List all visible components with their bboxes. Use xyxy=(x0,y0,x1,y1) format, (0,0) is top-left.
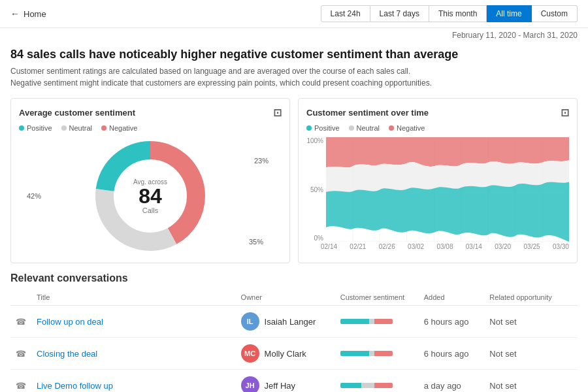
conversations-table: Title Owner Customer sentiment Added Rel… xyxy=(10,289,578,392)
overtime-legend-neutral: Neutral xyxy=(349,124,380,132)
donut-container: Avg. across 84 Calls 23% 42% 35% xyxy=(19,137,282,255)
x-label-0325: 03/25 xyxy=(524,243,540,250)
conversation-opportunity: Not set xyxy=(484,338,578,370)
conversation-added: a day ago xyxy=(419,370,485,393)
area-chart-wrapper: 100% 50% 0% xyxy=(306,137,569,242)
back-button[interactable]: ← Home xyxy=(10,8,46,19)
conversation-sentiment xyxy=(335,370,419,393)
back-label: Home xyxy=(24,9,46,19)
insight-subtext2: Negative sentiment might indicate that c… xyxy=(10,77,578,89)
x-label-0330: 03/30 xyxy=(553,243,569,250)
phone-icon: ☎ xyxy=(10,338,31,370)
col-header-title: Title xyxy=(31,289,236,306)
pct-neutral: 35% xyxy=(249,238,263,246)
x-label-0226: 02/26 xyxy=(379,243,395,250)
x-label-0214: 02/14 xyxy=(321,243,337,250)
phone-icon: ☎ xyxy=(10,370,31,393)
conversations-section-title: Relevant conversations xyxy=(10,272,578,284)
conversation-title[interactable]: Live Demo follow up xyxy=(31,370,236,393)
col-header-icon xyxy=(10,289,31,306)
area-svg-container xyxy=(326,137,569,242)
phone-icon: ☎ xyxy=(10,306,31,338)
conversation-owner: JHJeff Hay xyxy=(236,370,335,393)
date-range: February 11, 2020 - March 31, 2020 xyxy=(0,28,588,42)
conversation-title[interactable]: Closing the deal xyxy=(31,338,236,370)
ot-positive-dot xyxy=(306,125,312,131)
insight-headline: 84 sales calls have noticeably higher ne… xyxy=(10,48,578,61)
conversation-sentiment xyxy=(335,338,419,370)
filter-last24h[interactable]: Last 24h xyxy=(321,5,370,22)
legend-positive: Positive xyxy=(19,124,52,132)
conversation-owner: ILIsaiah Langer xyxy=(236,306,335,338)
x-label-0302: 03/02 xyxy=(408,243,424,250)
donut-value: 84 xyxy=(133,186,167,206)
conversation-opportunity: Not set xyxy=(484,370,578,393)
y-axis: 100% 50% 0% xyxy=(306,137,326,242)
filter-alltime[interactable]: All time xyxy=(487,5,531,22)
charts-row: Average customer sentiment ⊡ Positive Ne… xyxy=(10,98,578,263)
legend-neutral: Neutral xyxy=(61,124,92,132)
x-label-0320: 03/20 xyxy=(495,243,511,250)
filter-custom[interactable]: Custom xyxy=(532,5,578,22)
conversation-opportunity: Not set xyxy=(484,306,578,338)
filter-thismonth[interactable]: This month xyxy=(429,5,487,22)
avg-sentiment-card: Average customer sentiment ⊡ Positive Ne… xyxy=(10,98,290,263)
back-arrow-icon: ← xyxy=(10,8,20,19)
negative-dot xyxy=(101,125,106,131)
col-header-added: Added xyxy=(419,289,485,306)
col-header-opportunity: Related opportunity xyxy=(484,289,578,306)
overtime-legend-positive: Positive xyxy=(306,124,340,132)
table-row[interactable]: ☎Follow up on dealILIsaiah Langer6 hours… xyxy=(10,306,578,338)
neutral-dot xyxy=(61,125,67,131)
overtime-legend-negative: Negative xyxy=(389,124,425,132)
pct-positive: 23% xyxy=(254,157,269,165)
ot-negative-dot xyxy=(389,125,394,131)
ot-neutral-dot xyxy=(349,125,354,131)
table-header-row: Title Owner Customer sentiment Added Rel… xyxy=(10,289,578,306)
col-header-sentiment: Customer sentiment xyxy=(335,289,419,306)
legend-negative: Negative xyxy=(101,124,137,132)
col-header-owner: Owner xyxy=(236,289,335,306)
y-label-50: 50% xyxy=(306,186,323,193)
x-label-0308: 03/08 xyxy=(436,243,453,250)
overtime-title: Customer sentiment over time ⊡ xyxy=(306,106,569,119)
top-bar: ← Home Last 24h Last 7 days This month A… xyxy=(0,0,588,28)
conversation-added: 6 hours ago xyxy=(419,306,485,338)
main-content: 84 sales calls have noticeably higher ne… xyxy=(0,42,588,392)
overtime-export-icon[interactable]: ⊡ xyxy=(561,106,569,119)
y-label-100: 100% xyxy=(306,137,323,144)
sentiment-overtime-card: Customer sentiment over time ⊡ Positive … xyxy=(298,98,578,263)
conversation-sentiment xyxy=(335,306,419,338)
area-svg xyxy=(326,137,569,242)
conversation-owner: MCMolly Clark xyxy=(236,338,335,370)
donut-center: Avg. across 84 Calls xyxy=(133,178,167,214)
conversation-title[interactable]: Follow up on deal xyxy=(31,306,236,338)
time-filter-group: Last 24h Last 7 days This month All time… xyxy=(321,5,578,22)
overtime-legend: Positive Neutral Negative xyxy=(306,124,569,132)
conversation-added: 6 hours ago xyxy=(419,338,485,370)
table-row[interactable]: ☎Live Demo follow upJHJeff Haya day agoN… xyxy=(10,370,578,393)
avg-export-icon[interactable]: ⊡ xyxy=(273,106,282,119)
avg-legend: Positive Neutral Negative xyxy=(19,124,282,132)
avg-sentiment-title: Average customer sentiment ⊡ xyxy=(19,106,282,119)
insight-subtext1: Customer sentiment ratings are calculate… xyxy=(10,65,578,77)
x-label-0221: 02/21 xyxy=(350,243,366,250)
y-label-0: 0% xyxy=(306,235,323,242)
table-row[interactable]: ☎Closing the dealMCMolly Clark6 hours ag… xyxy=(10,338,578,370)
x-axis-labels: 02/14 02/21 02/26 03/02 03/08 03/14 03/2… xyxy=(306,242,569,250)
positive-dot xyxy=(19,125,24,131)
x-label-0314: 03/14 xyxy=(466,243,482,250)
pct-negative: 42% xyxy=(27,192,41,200)
filter-last7days[interactable]: Last 7 days xyxy=(370,5,429,22)
